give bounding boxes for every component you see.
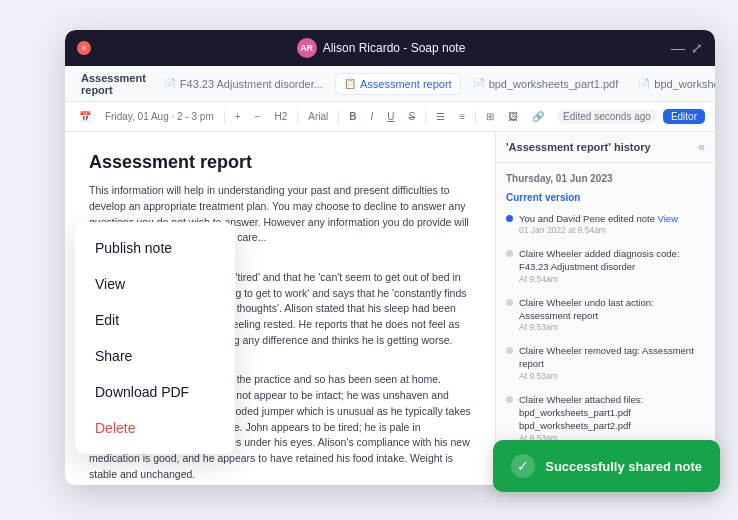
- sidebar-title: 'Assessment report' history: [506, 141, 651, 153]
- tab-f4323-icon: 📄: [164, 78, 176, 89]
- title-bar-actions: — ⤢: [671, 40, 703, 56]
- toast-message: Successfully shared note: [545, 459, 702, 474]
- italic-button[interactable]: I: [367, 109, 378, 124]
- edited-badge: Edited seconds ago: [557, 109, 657, 124]
- context-menu-delete[interactable]: Delete: [75, 410, 235, 446]
- tab-ws2-icon: 📄: [638, 78, 650, 89]
- activity-time-0: 01 Jan 2022 at 9.54am: [519, 225, 678, 237]
- sidebar-close-button[interactable]: «: [698, 140, 705, 154]
- context-menu-edit[interactable]: Edit: [75, 302, 235, 338]
- document-area: Assessment report This information will …: [65, 132, 495, 485]
- main-window: × AR Alison Ricardo - Soap note — ⤢ Asse…: [65, 30, 715, 485]
- activity-text-2: Claire Wheeler undo last action: Assessm…: [519, 296, 705, 334]
- close-button[interactable]: ×: [77, 41, 91, 55]
- content-area: Assessment report This information will …: [65, 132, 715, 485]
- tab-worksheets1[interactable]: 📄 bpd_worksheets_part1.pdf: [465, 74, 627, 94]
- activity-dot-2: [506, 299, 513, 306]
- tab-assessment[interactable]: 📋 Assessment report: [335, 73, 461, 95]
- separator-3: [338, 110, 339, 124]
- right-sidebar: 'Assessment report' history « Thursday, …: [495, 132, 715, 485]
- avatar: AR: [297, 38, 317, 58]
- tab-f4323[interactable]: 📄 F43.23 Adjustment disorder...: [156, 74, 331, 94]
- separator-1: [224, 110, 225, 124]
- activity-time-1: At 9.54am: [519, 274, 705, 286]
- heading-selector[interactable]: H2: [270, 109, 291, 124]
- ordered-list-button[interactable]: ≡: [455, 109, 469, 124]
- context-menu-view[interactable]: View: [75, 266, 235, 302]
- tab-assessment-icon: 📋: [344, 78, 356, 89]
- sidebar-date-header: Thursday, 01 Jun 2023: [496, 169, 715, 188]
- activity-text-3: Claire Wheeler removed tag: Assessment r…: [519, 344, 705, 382]
- tab-bar: Assessment report 📄 F43.23 Adjustment di…: [65, 66, 715, 102]
- image-button[interactable]: 🖼: [504, 109, 522, 124]
- separator-5: [475, 110, 476, 124]
- activity-text-0: You and David Pene edited note View 01 J…: [519, 212, 678, 237]
- title-bar-center: AR Alison Ricardo - Soap note: [91, 38, 671, 58]
- activity-item-2: Claire Wheeler undo last action: Assessm…: [496, 291, 715, 339]
- context-menu-share[interactable]: Share: [75, 338, 235, 374]
- activity-dot-1: [506, 250, 513, 257]
- editor-button[interactable]: Editor: [663, 109, 705, 124]
- tab-assessment-label: Assessment report: [360, 78, 452, 90]
- toast-check-icon: ✓: [511, 454, 535, 478]
- activity-text-4: Claire Wheeler attached files: bpd_works…: [519, 393, 705, 445]
- activity-dot-0: [506, 215, 513, 222]
- version-label: Current version: [496, 188, 715, 207]
- context-menu-publish[interactable]: Publish note: [75, 230, 235, 266]
- separator-4: [425, 110, 426, 124]
- sidebar-header: 'Assessment report' history «: [496, 132, 715, 163]
- tab-ws1-icon: 📄: [473, 78, 485, 89]
- table-button[interactable]: ⊞: [482, 109, 498, 124]
- document-title: Assessment report: [89, 152, 471, 173]
- toolbar-right: Edited seconds ago Editor: [557, 109, 705, 124]
- calendar-icon: 📅: [75, 109, 95, 124]
- activity-view-link-0[interactable]: View: [658, 213, 678, 224]
- minimize-button[interactable]: —: [671, 40, 685, 56]
- bold-button[interactable]: B: [345, 109, 360, 124]
- plus-button[interactable]: +: [231, 109, 245, 124]
- activity-dot-3: [506, 347, 513, 354]
- tab-ws2-label: bpd_worksheets_part2.pdf: [654, 78, 715, 90]
- expand-button[interactable]: ⤢: [691, 40, 703, 56]
- context-menu: Publish note View Edit Share Download PD…: [75, 222, 235, 454]
- separator-2: [297, 110, 298, 124]
- tab-worksheets2[interactable]: 📄 bpd_worksheets_part2.pdf: [630, 74, 715, 94]
- toolbar: 📅 Friday, 01 Aug · 2 - 3 pm + − H2 Arial…: [65, 102, 715, 132]
- list-button[interactable]: ☰: [432, 109, 449, 124]
- activity-dot-4: [506, 396, 513, 403]
- tab-f4323-label: F43.23 Adjustment disorder...: [180, 78, 323, 90]
- sidebar-content: Thursday, 01 Jun 2023 Current version Yo…: [496, 163, 715, 485]
- strikethrough-button[interactable]: S: [405, 109, 420, 124]
- activity-item-1: Claire Wheeler added diagnosis code: F43…: [496, 242, 715, 290]
- minus-button[interactable]: −: [251, 109, 265, 124]
- activity-text-1: Claire Wheeler added diagnosis code: F43…: [519, 247, 705, 285]
- activity-time-3: At 9.53am: [519, 371, 705, 383]
- context-menu-download[interactable]: Download PDF: [75, 374, 235, 410]
- font-selector[interactable]: Arial: [304, 109, 332, 124]
- activity-item-3: Claire Wheeler removed tag: Assessment r…: [496, 339, 715, 387]
- success-toast: ✓ Successfully shared note: [493, 440, 720, 492]
- activity-item-0: You and David Pene edited note View 01 J…: [496, 207, 715, 242]
- underline-button[interactable]: U: [383, 109, 398, 124]
- link-button[interactable]: 🔗: [528, 109, 548, 124]
- activity-time-2: At 9.53am: [519, 322, 705, 334]
- tab-ws1-label: bpd_worksheets_part1.pdf: [489, 78, 619, 90]
- window-title: Alison Ricardo - Soap note: [323, 41, 466, 55]
- tab-section-title: Assessment report: [75, 72, 152, 96]
- date-label: Friday, 01 Aug · 2 - 3 pm: [101, 109, 218, 124]
- title-bar: × AR Alison Ricardo - Soap note — ⤢: [65, 30, 715, 66]
